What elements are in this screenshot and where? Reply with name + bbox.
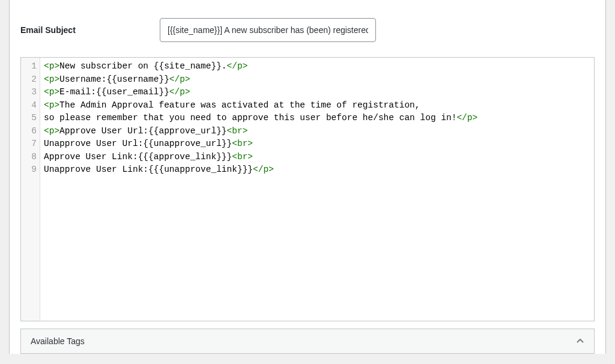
- email-body-editor-wrap: 123456789 <p>New subscriber on {{site_na…: [20, 57, 595, 321]
- line-gutter: 123456789: [21, 58, 40, 321]
- line-number: 1: [21, 60, 37, 73]
- code-tag: </p>: [227, 61, 248, 71]
- code-text: Approve User Link:{{{approve_link}}}: [44, 152, 232, 162]
- line-number: 7: [21, 138, 37, 151]
- code-text: Username:{{username}}: [59, 74, 169, 84]
- code-line: <p>The Admin Approval feature was activa…: [44, 99, 594, 112]
- page: Email Subject 123456789 <p>New subscribe…: [0, 0, 615, 364]
- code-tag: <br>: [232, 139, 253, 148]
- code-tag: </p>: [169, 74, 190, 84]
- code-tag: <p>: [44, 126, 59, 136]
- email-subject-label: Email Subject: [10, 25, 160, 35]
- available-tags-label: Available Tags: [31, 336, 85, 346]
- line-number: 4: [21, 99, 37, 112]
- code-text: Approve User Url:{{approve_url}}: [59, 126, 226, 136]
- code-line: <p>New subscriber on {{site_name}}.</p>: [44, 60, 594, 73]
- code-tag: <br>: [227, 126, 248, 136]
- email-body-editor[interactable]: 123456789 <p>New subscriber on {{site_na…: [21, 58, 594, 321]
- line-number: 6: [21, 125, 37, 138]
- code-tag: <br>: [232, 152, 253, 162]
- line-number: 2: [21, 73, 37, 86]
- code-text: The Admin Approval feature was activated…: [59, 100, 420, 110]
- available-tags-toggle[interactable]: Available Tags: [21, 329, 594, 353]
- code-line: <p>Username:{{username}}</p>: [44, 73, 594, 86]
- available-tags-accordion: Available Tags: [20, 329, 595, 354]
- code-text: Unapprove User Url:{{unapprove_url}}: [44, 139, 232, 148]
- line-number: 5: [21, 112, 37, 125]
- settings-panel: Email Subject 123456789 <p>New subscribe…: [9, 0, 606, 354]
- email-subject-input[interactable]: [160, 18, 376, 42]
- code-line: so please remember that you need to appr…: [44, 112, 594, 125]
- line-number: 9: [21, 163, 37, 177]
- code-line: Unapprove User Link:{{{unapprove_link}}}…: [44, 163, 594, 177]
- email-subject-row: Email Subject: [10, 0, 605, 57]
- code-tag: <p>: [44, 61, 59, 71]
- code-line: <p>Approve User Url:{{approve_url}}<br>: [44, 125, 594, 138]
- code-tag: <p>: [44, 74, 59, 84]
- code-tag: <p>: [44, 87, 59, 97]
- code-line: <p>E-mail:{{user_email}}</p>: [44, 86, 594, 99]
- line-number: 3: [21, 86, 37, 99]
- line-number: 8: [21, 151, 37, 164]
- code-tag: </p>: [456, 113, 477, 123]
- chevron-up-icon: [576, 337, 584, 345]
- code-text: E-mail:{{user_email}}: [59, 87, 169, 97]
- code-area[interactable]: <p>New subscriber on {{site_name}}.</p><…: [40, 58, 594, 321]
- code-tag: </p>: [169, 87, 190, 97]
- code-tag: </p>: [253, 165, 274, 174]
- code-text: New subscriber on {{site_name}}.: [59, 61, 226, 71]
- code-line: Unapprove User Url:{{unapprove_url}}<br>: [44, 138, 594, 151]
- code-tag: <p>: [44, 100, 59, 110]
- code-text: Unapprove User Link:{{{unapprove_link}}}: [44, 165, 253, 174]
- code-line: Approve User Link:{{{approve_link}}}<br>: [44, 151, 594, 164]
- code-text: so please remember that you need to appr…: [44, 113, 456, 123]
